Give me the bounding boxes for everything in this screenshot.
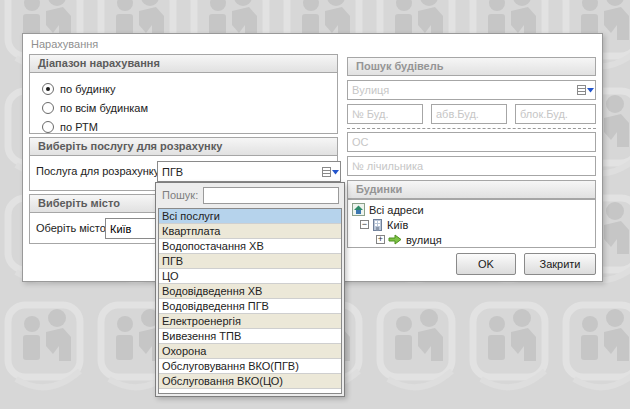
company-logo-watermark bbox=[465, 299, 555, 397]
house-number-input[interactable] bbox=[347, 104, 423, 124]
dropdown-search-row: Пошук: bbox=[156, 186, 344, 206]
radio-by-rtm[interactable]: по РТМ bbox=[42, 117, 337, 136]
dashed-separator bbox=[347, 128, 596, 129]
service-dropdown-panel: Пошук: Всі послуги Квартплата Водопостач… bbox=[155, 182, 345, 397]
dropdown-item[interactable]: Охорона bbox=[159, 344, 341, 359]
dropdown-search-input[interactable] bbox=[203, 187, 339, 204]
home-icon bbox=[352, 203, 365, 216]
dropdown-item[interactable]: ЦО bbox=[159, 269, 341, 284]
dropdown-item[interactable]: ПГВ bbox=[159, 254, 341, 269]
tree-item-kyiv[interactable]: − Київ bbox=[348, 217, 595, 232]
dropdown-item[interactable]: Вивезення ТПВ bbox=[159, 329, 341, 344]
desktop: Нарахування Діапазон нарахування по буди… bbox=[0, 0, 630, 409]
radio-label: по будинку bbox=[60, 83, 115, 95]
dialog-title: Нарахування bbox=[31, 38, 98, 50]
tree-label: вулиця bbox=[406, 234, 442, 246]
dropdown-item[interactable]: Водовідведення ХВ bbox=[159, 284, 341, 299]
meter-number-input[interactable] bbox=[347, 156, 596, 176]
radio-by-building[interactable]: по будинку bbox=[42, 79, 337, 98]
radio-label: по РТМ bbox=[60, 121, 98, 133]
dropdown-item[interactable]: Квартплата bbox=[159, 224, 341, 239]
dropdown-item[interactable]: Водовідведення ПГВ bbox=[159, 299, 341, 314]
green-arrow-icon bbox=[388, 234, 402, 245]
service-combobox[interactable]: ПГВ bbox=[157, 161, 341, 182]
combo-dropdown-icon[interactable] bbox=[320, 166, 340, 178]
street-placeholder: Вулиця bbox=[348, 84, 575, 96]
dropdown-item[interactable]: Водопостачання ХВ bbox=[159, 239, 341, 254]
tree-label: Київ bbox=[387, 219, 408, 231]
radio-label: по всім будинкам bbox=[60, 102, 148, 114]
house-letter-input[interactable] bbox=[431, 104, 507, 124]
company-logo-watermark bbox=[558, 299, 630, 397]
service-group-header: Виберіть послугу для розрахунку bbox=[29, 137, 338, 156]
building-icon bbox=[372, 218, 383, 231]
ok-button[interactable]: OK bbox=[456, 253, 516, 275]
street-combobox[interactable]: Вулиця bbox=[347, 80, 596, 100]
close-button[interactable]: Закрити bbox=[524, 253, 596, 275]
search-label: Пошук: bbox=[162, 189, 198, 201]
dropdown-item[interactable]: Обслуговування ВКО(ПГВ) bbox=[159, 359, 341, 374]
os-input[interactable] bbox=[347, 132, 596, 152]
tree-item-street[interactable]: + вулиця bbox=[348, 232, 595, 247]
service-combobox-value: ПГВ bbox=[158, 166, 320, 178]
company-logo-watermark bbox=[372, 299, 462, 397]
city-label: Оберіть місто: bbox=[36, 222, 109, 234]
service-options-list: Всі послуги Квартплата Водопостачання ХВ… bbox=[158, 208, 342, 394]
house-block-input[interactable] bbox=[515, 104, 596, 124]
tree-item-all-addresses[interactable]: Всі адреси bbox=[348, 202, 595, 217]
radio-button-icon bbox=[42, 102, 54, 114]
expand-expander-icon[interactable]: + bbox=[376, 235, 385, 244]
tree-label: Всі адреси bbox=[369, 204, 424, 216]
dropdown-item[interactable]: Електроенергія bbox=[159, 314, 341, 329]
range-group-body: по будинку по всім будинкам по РТМ bbox=[29, 72, 338, 134]
radio-all-buildings[interactable]: по всім будинкам bbox=[42, 98, 337, 117]
dropdown-item-selected[interactable]: Всі послуги bbox=[159, 209, 341, 224]
address-tree: Всі адреси − Київ + bbox=[347, 199, 596, 248]
radio-button-icon bbox=[42, 83, 54, 95]
buildings-group-header: Будинки bbox=[347, 180, 596, 199]
radio-button-icon bbox=[42, 121, 54, 133]
company-logo-watermark bbox=[0, 299, 90, 397]
combo-dropdown-icon[interactable] bbox=[575, 84, 595, 96]
dropdown-item[interactable]: Обслуговання ВКО(ЦО) bbox=[159, 374, 341, 389]
buildings-search-header: Пошук будівель bbox=[347, 57, 596, 76]
collapse-expander-icon[interactable]: − bbox=[360, 220, 369, 229]
service-label: Послуга для розрахунку: bbox=[36, 165, 162, 177]
range-group-header: Діапазон нарахування bbox=[29, 54, 338, 73]
